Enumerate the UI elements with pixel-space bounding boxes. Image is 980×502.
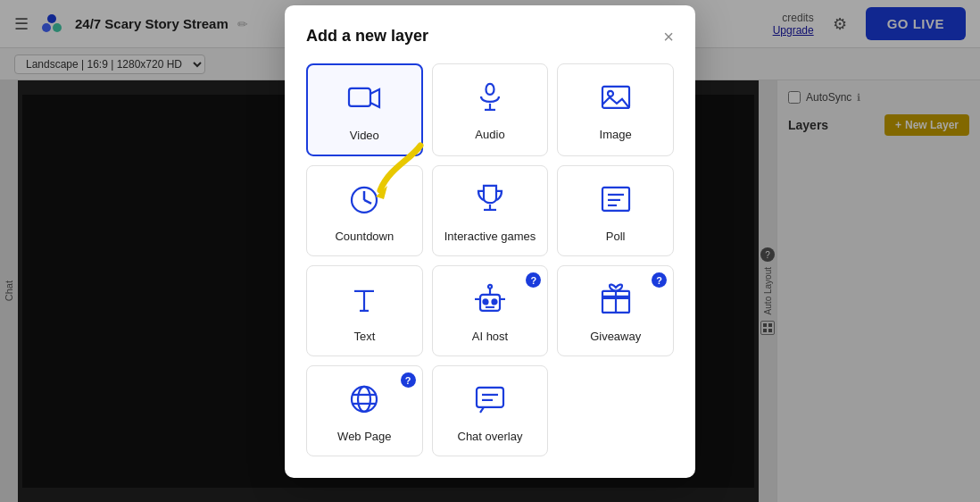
layer-item-poll[interactable]: Poll bbox=[557, 165, 674, 256]
video-icon bbox=[347, 81, 381, 120]
layer-item-label-image: Image bbox=[600, 128, 632, 141]
layer-item-label-ai-host: AI host bbox=[472, 330, 508, 343]
svg-point-29 bbox=[488, 285, 492, 289]
svg-rect-10 bbox=[602, 87, 629, 108]
layer-item-audio[interactable]: Audio bbox=[432, 63, 549, 156]
svg-point-26 bbox=[483, 299, 487, 304]
layer-grid: Video Audio Image Countdown Interactive … bbox=[306, 63, 674, 456]
robot-icon bbox=[473, 282, 507, 321]
layer-item-label-chat-overlay: Chat overlay bbox=[458, 430, 523, 443]
svg-point-35 bbox=[352, 387, 377, 412]
layer-item-giveaway[interactable]: ? Giveaway bbox=[557, 265, 674, 356]
modal-header: Add a new layer × bbox=[306, 27, 674, 46]
layer-item-video[interactable]: Video bbox=[306, 63, 423, 156]
image-icon bbox=[599, 80, 633, 119]
svg-point-27 bbox=[492, 299, 496, 304]
layer-item-web-page[interactable]: ? Web Page bbox=[306, 365, 423, 456]
layer-item-image[interactable]: Image bbox=[557, 63, 674, 156]
layer-item-label-audio: Audio bbox=[475, 128, 504, 141]
layer-item-countdown[interactable]: Countdown bbox=[306, 165, 423, 256]
poll-icon bbox=[599, 182, 633, 221]
badge-giveaway: ? bbox=[652, 272, 667, 288]
trophy-icon bbox=[473, 182, 507, 221]
svg-rect-39 bbox=[477, 388, 503, 407]
badge-ai-host: ? bbox=[526, 272, 541, 288]
layer-item-label-interactive-games: Interactive games bbox=[444, 230, 536, 243]
layer-item-label-video: Video bbox=[350, 129, 379, 142]
gift-icon bbox=[599, 282, 633, 321]
layer-item-interactive-games[interactable]: Interactive games bbox=[432, 165, 549, 256]
svg-line-14 bbox=[364, 200, 371, 204]
audio-icon bbox=[473, 80, 507, 119]
text-icon bbox=[347, 282, 381, 321]
badge-web-page: ? bbox=[401, 372, 416, 388]
layer-item-label-poll: Poll bbox=[606, 230, 626, 243]
layer-item-label-giveaway: Giveaway bbox=[590, 330, 641, 343]
svg-point-11 bbox=[608, 91, 613, 96]
globe-icon bbox=[347, 382, 381, 421]
svg-rect-7 bbox=[349, 88, 370, 106]
layer-item-ai-host[interactable]: ? AI host bbox=[432, 265, 549, 356]
countdown-icon bbox=[347, 182, 381, 221]
chat-icon bbox=[473, 382, 507, 421]
modal-title: Add a new layer bbox=[306, 27, 428, 46]
layer-item-text[interactable]: Text bbox=[306, 265, 423, 356]
svg-point-36 bbox=[358, 387, 370, 412]
layer-item-label-text: Text bbox=[353, 330, 375, 343]
add-layer-modal: Add a new layer × Video Audio Image Coun… bbox=[285, 5, 695, 478]
layer-item-chat-overlay[interactable]: Chat overlay bbox=[432, 365, 549, 456]
modal-close-button[interactable]: × bbox=[663, 27, 674, 45]
layer-item-label-countdown: Countdown bbox=[335, 230, 394, 243]
layer-item-label-web-page: Web Page bbox=[337, 430, 391, 443]
